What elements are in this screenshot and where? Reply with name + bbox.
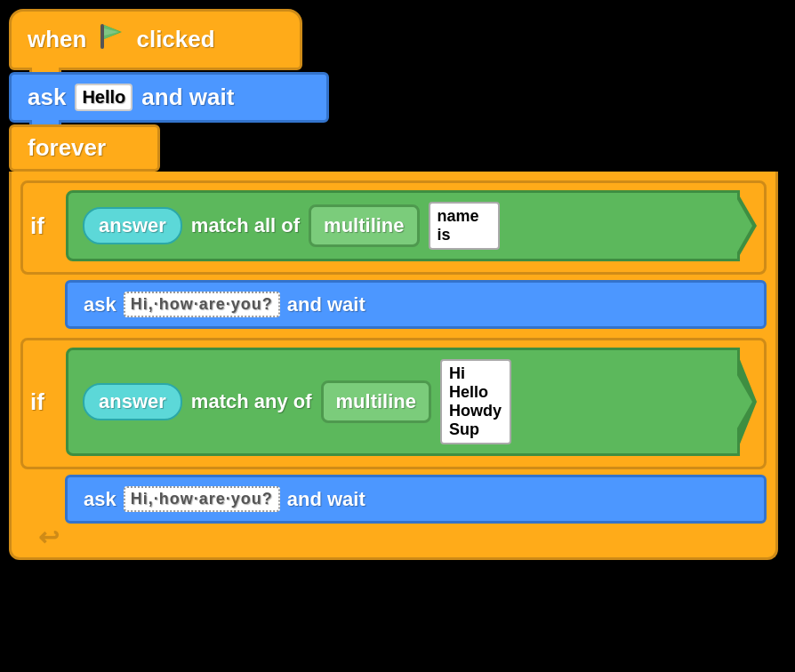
multiline-btn-2[interactable]: multiline xyxy=(321,380,431,423)
ask-hi-input-2[interactable]: Hi,·how·are·you? xyxy=(124,486,280,512)
if-condition-2[interactable]: answer match any of multiline Hi Hello H… xyxy=(66,348,740,456)
ask-hi-block-1[interactable]: ask Hi,·how·are·you? and wait xyxy=(65,280,767,329)
if1-text-input[interactable]: name is xyxy=(429,202,500,250)
condition-arrow-2 xyxy=(737,353,757,451)
and-wait-label-3: and wait xyxy=(287,488,365,511)
ask-label-1: ask xyxy=(28,84,66,111)
svg-rect-0 xyxy=(100,24,104,49)
if-row-2: if answer match any of multiline Hi Hell… xyxy=(30,348,757,456)
if-row-1: if answer match all of multiline name is xyxy=(30,190,757,261)
ask-label-2: ask xyxy=(84,293,116,316)
answer-pill-1: answer xyxy=(83,207,182,244)
when-label: when xyxy=(28,26,86,53)
multiline-btn-1[interactable]: multiline xyxy=(309,204,419,247)
and-wait-label-2: and wait xyxy=(287,293,365,316)
if-container-2: if answer match any of multiline Hi Hell… xyxy=(20,338,767,469)
ask-hello-input[interactable]: Hello xyxy=(75,84,132,111)
and-wait-label-1: and wait xyxy=(141,84,234,111)
if-label-2: if xyxy=(30,388,57,416)
ask-label-3: ask xyxy=(84,488,116,511)
forever-body: if answer match all of multiline name is xyxy=(9,172,778,560)
clicked-label: clicked xyxy=(136,26,214,53)
return-arrow-icon: ↩ xyxy=(38,523,59,552)
if-label-1: if xyxy=(30,212,57,240)
match-any-label: match any of xyxy=(191,390,312,413)
condition-arrow-1 xyxy=(737,192,757,260)
if2-text-input[interactable]: Hi Hello Howdy Sup xyxy=(440,359,511,444)
ask-hi-input-1[interactable]: Hi,·how·are·you? xyxy=(124,292,280,317)
ask-hi-block-2[interactable]: ask Hi,·how·are·you? and wait xyxy=(65,475,767,524)
if-container-1: if answer match all of multiline name is xyxy=(20,180,767,275)
forever-block-header: forever xyxy=(9,124,160,172)
if-condition-1[interactable]: answer match all of multiline name is xyxy=(66,190,740,261)
answer-pill-2: answer xyxy=(83,383,182,420)
when-flag-clicked-block[interactable]: when clicked xyxy=(9,9,302,70)
forever-label: forever xyxy=(28,134,106,162)
ask-hello-block[interactable]: ask Hello and wait xyxy=(9,72,329,123)
match-all-label: match all of xyxy=(191,214,300,237)
flag-icon xyxy=(95,20,127,59)
